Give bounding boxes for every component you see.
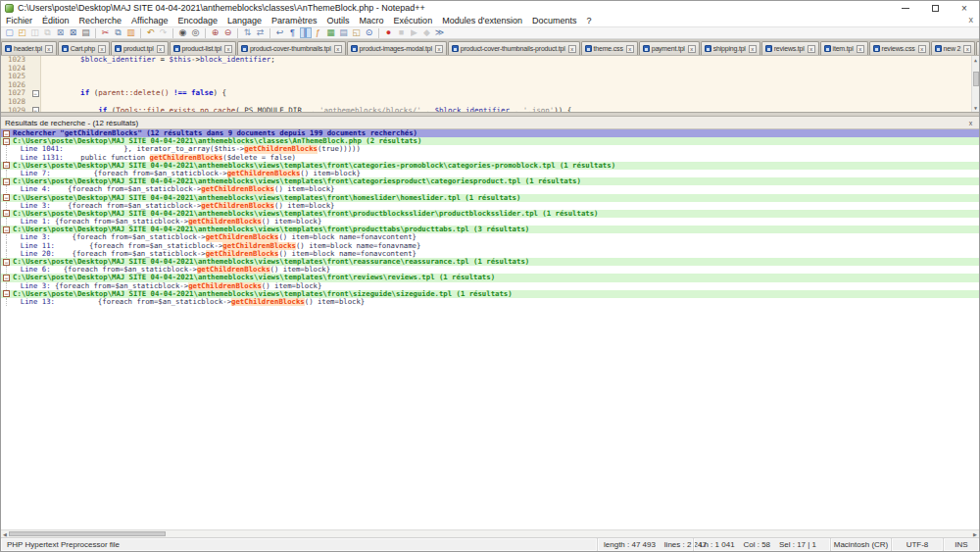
folder-workspace-icon[interactable]: ◱ (351, 27, 363, 38)
collapse-icon[interactable]: − (3, 162, 10, 169)
copy-icon[interactable]: ⧉ (113, 27, 124, 38)
replace-icon[interactable]: ◎ (190, 27, 202, 38)
undo-icon[interactable]: ↶ (145, 27, 157, 38)
tab-index-php[interactable]: index.phpx (976, 41, 979, 55)
tab-product-cover-thumbnails-tpl[interactable]: product-cover-thumbnails.tplx (237, 41, 346, 55)
scroll-up-icon[interactable]: ▲ (974, 56, 977, 64)
tab-close-icon[interactable]: x (857, 45, 864, 53)
minimize-button[interactable] (891, 1, 920, 15)
print-icon[interactable]: ▤ (80, 27, 92, 38)
menu-item-macro[interactable]: Macro (355, 16, 389, 25)
fold-margin[interactable]: − (30, 89, 41, 98)
open-file-icon[interactable]: ◰ (17, 27, 28, 38)
tab-close-icon[interactable]: x (808, 45, 815, 53)
editor-line[interactable]: 1023 $block_identifier = $this->block_id… (1, 56, 979, 65)
scroll-left-icon[interactable]: ◀ (1, 531, 9, 537)
tab-close-icon[interactable]: x (157, 45, 165, 53)
tab-shipping-tpl[interactable]: shipping.tplx (701, 41, 760, 55)
show-all-characters-icon[interactable]: ¶ (287, 27, 299, 38)
scrollbar-thumb[interactable] (9, 531, 166, 536)
tab-product-images-modal-tpl[interactable]: product-images-modal.tplx (347, 41, 447, 55)
menu-item-recherche[interactable]: Recherche (74, 16, 127, 25)
tab-close-icon[interactable]: x (98, 45, 106, 53)
menu-item-documents[interactable]: Documents (527, 16, 582, 25)
menubar-close-icon[interactable]: x (969, 15, 974, 25)
word-wrap-icon[interactable]: ↩ (274, 27, 286, 38)
tab-close-icon[interactable]: x (224, 45, 232, 53)
paste-icon[interactable]: ▥ (125, 27, 137, 38)
tab-new-2[interactable]: new 2x (931, 41, 976, 55)
editor-line[interactable]: 1029− if (Tools::file_exists_no_cache(_P… (1, 107, 979, 112)
maximize-button[interactable] (920, 1, 950, 15)
editor-line[interactable]: 1025 (1, 73, 979, 81)
tab-reviews-css[interactable]: reviews.cssx (869, 41, 930, 55)
collapse-icon[interactable]: − (3, 259, 10, 266)
close-file-icon[interactable]: ⊠ (55, 27, 67, 38)
document-map-icon[interactable]: ▦ (325, 27, 337, 38)
tab-close-icon[interactable]: x (334, 45, 342, 53)
tab-cart-php[interactable]: Cart.phpx (58, 41, 110, 55)
function-list-icon[interactable]: ƒ (313, 27, 324, 38)
menu-item-param-tres[interactable]: Paramètres (267, 16, 322, 25)
result-hit-row[interactable]: Line 13: {foreach from=$an_staticblock->… (1, 298, 979, 306)
collapse-icon[interactable]: − (3, 210, 10, 217)
close-all-icon[interactable]: ⊠ (68, 27, 79, 38)
editor-code[interactable]: 1023 $block_identifier = $this->block_id… (1, 56, 979, 112)
tab-payment-tpl[interactable]: payment.tplx (639, 41, 700, 55)
menu-item--[interactable]: ? (581, 16, 596, 25)
tab-close-icon[interactable]: x (435, 45, 443, 53)
editor-line[interactable]: 1024 (1, 65, 979, 74)
scrollbar-thumb[interactable] (973, 72, 979, 86)
collapse-icon[interactable]: − (3, 226, 10, 233)
cut-icon[interactable]: ✂ (100, 27, 112, 38)
fold-collapse-icon[interactable]: − (32, 90, 39, 97)
tab-close-icon[interactable]: x (626, 45, 634, 53)
zoom-out-icon[interactable]: ⊖ (222, 27, 234, 38)
scroll-down-icon[interactable]: ▼ (974, 104, 977, 112)
tab-close-icon[interactable]: x (45, 45, 53, 53)
tab-close-icon[interactable]: x (963, 45, 971, 53)
collapse-icon[interactable]: − (3, 178, 10, 185)
menu-item-outils[interactable]: Outils (322, 16, 355, 25)
tab-close-icon[interactable]: x (749, 45, 757, 53)
tab-product-cover-thumbnails-product-tpl[interactable]: product-cover-thumbnails-product.tplx (448, 41, 580, 55)
zoom-in-icon[interactable]: ⊕ (210, 27, 221, 38)
tab-product-tpl[interactable]: product.tplx (111, 41, 169, 55)
document-list-icon[interactable]: ▤ (338, 27, 350, 38)
scroll-right-icon[interactable]: ▶ (971, 531, 979, 537)
fold-margin[interactable]: − (30, 107, 41, 112)
editor-vertical-scrollbar[interactable]: ▲ ▼ (971, 56, 979, 112)
indent-guide-icon[interactable]: ∥ (300, 27, 312, 38)
fold-collapse-icon[interactable]: − (32, 107, 39, 112)
tab-item-tpl[interactable]: item.tplx (820, 41, 868, 55)
find-icon[interactable]: ◉ (177, 27, 189, 38)
file-monitoring-icon[interactable]: ⊙ (364, 27, 375, 38)
menu-item-affichage[interactable]: Affichage (126, 16, 172, 25)
tab-close-icon[interactable]: x (688, 45, 696, 53)
close-window-button[interactable]: × (950, 1, 979, 15)
collapse-icon[interactable]: − (3, 130, 10, 137)
menu-item-modules-d-extension[interactable]: Modules d'extension (437, 16, 527, 25)
macro-record-icon[interactable]: ● (383, 27, 395, 38)
panel-close-icon[interactable]: x (966, 119, 975, 127)
tab-close-icon[interactable]: x (568, 45, 576, 53)
collapse-icon[interactable]: − (3, 290, 10, 297)
sync-horizontal-scroll-icon[interactable]: ⇄ (255, 27, 267, 38)
new-file-icon[interactable]: ▢ (4, 27, 16, 38)
tab-reviews-tpl[interactable]: reviews.tplx (761, 41, 819, 55)
menu-item-fichier[interactable]: Fichier (1, 16, 37, 25)
menu-item--dition[interactable]: Édition (37, 16, 74, 25)
results-horizontal-scrollbar[interactable]: ◀ ▶ (1, 529, 979, 537)
collapse-icon[interactable]: − (3, 275, 10, 281)
macro-run-multiple-icon[interactable]: ≫ (434, 27, 446, 38)
collapse-icon[interactable]: − (3, 194, 10, 201)
collapse-icon[interactable]: − (3, 138, 10, 145)
tab-theme-css[interactable]: theme.cssx (581, 41, 638, 55)
editor-line[interactable]: 1027− if (parent::delete() !== false) { (1, 89, 979, 98)
menu-item-langage[interactable]: Langage (222, 16, 267, 25)
editor-area[interactable]: 1023 $block_identifier = $this->block_id… (1, 55, 979, 112)
menu-item-encodage[interactable]: Encodage (172, 16, 222, 25)
tab-close-icon[interactable]: x (918, 45, 926, 53)
tab-header-tpl[interactable]: header.tplx (1, 41, 57, 55)
menu-item-ex-cution[interactable]: Exécution (389, 16, 438, 25)
